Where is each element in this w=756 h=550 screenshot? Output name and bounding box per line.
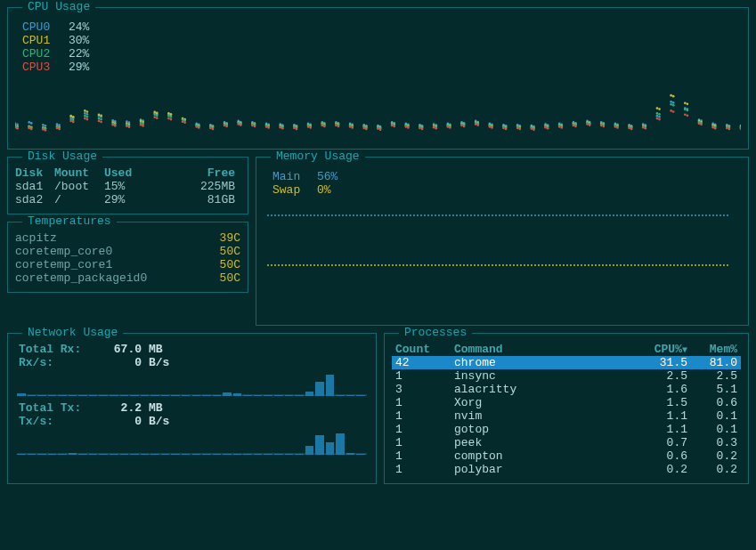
- svg-point-376: [419, 127, 421, 130]
- svg-point-415: [687, 114, 689, 117]
- proc-row[interactable]: 1peek0.70.3: [392, 436, 741, 449]
- svg-point-333: [114, 125, 117, 127]
- temp-row: coretemp_core050C: [15, 245, 240, 258]
- svg-point-414: [684, 113, 687, 116]
- disk-row: sda2 / 29% 81GB: [15, 193, 240, 206]
- svg-point-201: [672, 95, 675, 98]
- svg-point-377: [421, 128, 424, 131]
- proc-row[interactable]: 1gotop1.10.1: [392, 423, 741, 436]
- svg-point-222: [84, 115, 86, 117]
- proc-row[interactable]: 3alacritty1.65.1: [392, 383, 741, 396]
- svg-point-199: [658, 108, 661, 110]
- cpu-core-pct: 22%: [69, 47, 89, 61]
- svg-point-116: [84, 109, 86, 112]
- svg-point-407: [630, 128, 633, 131]
- svg-point-386: [489, 125, 492, 128]
- svg-point-127: [156, 112, 159, 115]
- svg-point-384: [475, 123, 477, 125]
- svg-point-308: [684, 109, 687, 111]
- cpu-core-row: CPU3 29%: [22, 61, 741, 74]
- proc-col-command[interactable]: Command: [454, 343, 636, 356]
- temp-row: coretemp_packageid050C: [15, 271, 240, 285]
- svg-point-393: [532, 128, 535, 131]
- svg-point-390: [516, 127, 519, 130]
- svg-point-343: [183, 121, 186, 124]
- proc-col-mem[interactable]: Mem%: [687, 343, 737, 356]
- svg-point-119: [100, 114, 102, 117]
- proc-row[interactable]: 1Xorg1.50.6: [392, 396, 741, 409]
- temps-title: Temperatures: [22, 214, 117, 228]
- svg-point-118: [98, 113, 101, 116]
- svg-point-360: [307, 125, 310, 128]
- proc-row[interactable]: 1compton0.60.2: [392, 449, 741, 463]
- svg-point-352: [251, 125, 254, 127]
- svg-point-225: [100, 118, 102, 121]
- svg-point-409: [645, 127, 647, 130]
- proc-row[interactable]: 1insync2.52.5: [392, 369, 741, 383]
- svg-point-347: [212, 128, 215, 131]
- svg-point-348: [224, 125, 226, 127]
- memory-panel: Memory Usage Main 56% Swap 0%: [256, 157, 749, 326]
- svg-point-361: [309, 126, 312, 129]
- svg-point-410: [656, 117, 659, 120]
- svg-point-304: [656, 112, 659, 115]
- svg-point-325: [58, 128, 61, 131]
- proc-row[interactable]: 1nvim1.10.1: [392, 409, 741, 423]
- cpu-core-pct: 24%: [69, 20, 89, 34]
- svg-point-374: [405, 125, 408, 128]
- svg-point-397: [560, 126, 563, 129]
- svg-point-403: [602, 125, 605, 128]
- svg-point-323: [45, 129, 47, 132]
- disk-row: sda1 /boot 15% 225MB: [15, 180, 240, 193]
- cpu-panel: CPU Usage CPU0 24% CPU1 30% CPU2 22% CPU…: [7, 7, 749, 150]
- proc-header[interactable]: Count Command CPU%▼ Mem%: [392, 343, 741, 356]
- svg-point-418: [711, 126, 714, 129]
- svg-point-392: [531, 127, 533, 130]
- svg-point-11: [86, 113, 89, 116]
- svg-point-358: [293, 127, 296, 130]
- disk-title: Disk Usage: [22, 150, 102, 163]
- svg-point-387: [491, 126, 493, 129]
- disk-header: Disk Mount Used Free: [15, 166, 240, 180]
- cpu-core-name: CPU3: [22, 61, 61, 74]
- svg-point-309: [687, 109, 689, 112]
- svg-point-354: [265, 125, 268, 128]
- svg-point-417: [700, 124, 703, 126]
- cpu-core-pct: 29%: [69, 61, 89, 74]
- svg-point-322: [42, 128, 45, 131]
- svg-point-401: [589, 124, 591, 126]
- svg-point-389: [505, 128, 508, 131]
- svg-point-373: [393, 125, 395, 128]
- svg-point-381: [449, 126, 451, 129]
- svg-point-338: [153, 116, 156, 118]
- svg-point-129: [170, 113, 173, 116]
- svg-point-369: [365, 128, 368, 131]
- svg-point-404: [614, 125, 617, 128]
- svg-point-408: [642, 126, 645, 129]
- svg-point-364: [335, 125, 337, 127]
- cpu-core-row: CPU1 30%: [22, 34, 741, 47]
- svg-point-198: [656, 107, 659, 109]
- net-rx-total: Total Rx: 67.0 MB: [19, 343, 369, 356]
- svg-point-341: [170, 118, 173, 121]
- svg-point-413: [672, 110, 675, 113]
- svg-point-375: [407, 126, 410, 129]
- svg-point-380: [447, 125, 450, 128]
- proc-col-count[interactable]: Count: [395, 343, 454, 356]
- svg-point-319: [16, 127, 19, 130]
- svg-point-337: [142, 125, 144, 127]
- temp-row: coretemp_core150C: [15, 258, 240, 271]
- svg-point-420: [726, 127, 728, 130]
- proc-row[interactable]: 1polybar0.20.2: [392, 463, 741, 476]
- svg-point-321: [30, 128, 33, 131]
- svg-point-200: [670, 94, 672, 97]
- svg-point-115: [72, 116, 75, 118]
- svg-point-357: [281, 127, 284, 130]
- svg-point-340: [167, 117, 170, 120]
- proc-row[interactable]: 42chrome31.581.0: [392, 356, 741, 369]
- svg-point-356: [279, 126, 281, 129]
- svg-point-5: [45, 125, 47, 127]
- proc-col-cpu[interactable]: CPU%▼: [636, 343, 687, 356]
- svg-point-327: [72, 121, 75, 124]
- svg-point-307: [672, 104, 675, 107]
